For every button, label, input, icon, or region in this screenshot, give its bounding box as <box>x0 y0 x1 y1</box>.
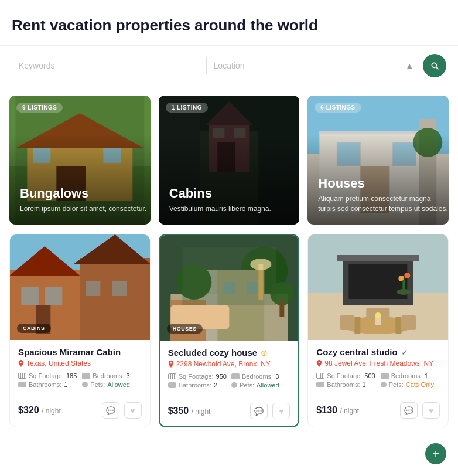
keywords-input[interactable] <box>12 56 206 75</box>
listing-body: Secluded cozy house ⊕ 2298 Newbold Ave, … <box>160 341 299 398</box>
page-header: Rent vacation properties around the worl… <box>0 0 458 46</box>
location-text: Texas, United States <box>26 359 91 368</box>
listing-location: Texas, United States <box>18 359 142 368</box>
listing-title-row: Secluded cozy house ⊕ <box>168 348 290 358</box>
title-icon: ✓ <box>401 348 408 357</box>
pet-icon <box>381 382 387 387</box>
listing-meta: Sq Footage: 500 Bedrooms: 1 Bathrooms: 1… <box>316 372 440 388</box>
listing-title: Secluded cozy house <box>168 348 258 358</box>
meta-bathrooms: Bathrooms: 1 <box>316 381 375 388</box>
listing-body: Spacious Miramar Cabin Texas, United Sta… <box>10 340 150 397</box>
listing-title: Spacious Miramar Cabin <box>18 347 121 357</box>
search-button[interactable] <box>423 54 446 77</box>
svg-rect-63 <box>337 255 419 261</box>
svg-rect-70 <box>396 317 402 334</box>
message-button[interactable]: 💬 <box>102 402 119 419</box>
listing-image <box>308 234 448 340</box>
svg-rect-57 <box>279 300 284 317</box>
meta-bedrooms: Bedrooms: 3 <box>231 373 290 380</box>
category-grid: 9 LISTINGS Bungalows Lorem ipsum dolor s… <box>0 86 458 234</box>
listing-location: 98 Jewel Ave, Fresh Meadows, NY <box>316 359 440 368</box>
location-input[interactable] <box>207 56 401 75</box>
sqft-icon <box>18 373 26 379</box>
listing-card-miramar-cabin[interactable]: CABINS Spacious Miramar Cabin Texas, Uni… <box>9 234 151 427</box>
svg-point-54 <box>250 259 271 270</box>
page-title: Rent vacation properties around the worl… <box>12 16 446 35</box>
listing-badge: 1 LISTING <box>166 103 208 113</box>
listing-title-row: Cozy central studio ✓ <box>316 347 440 357</box>
meta-pets: Pets: Allowed <box>231 382 290 389</box>
category-tag: CABINS <box>17 324 51 333</box>
listing-price: $350 / night <box>168 406 211 416</box>
title-icon: ⊕ <box>261 348 268 358</box>
svg-point-67 <box>397 289 411 295</box>
bath-icon <box>168 382 176 388</box>
listing-actions: 💬 ♥ <box>400 402 440 419</box>
message-button[interactable]: 💬 <box>400 402 418 419</box>
meta-bedrooms: Bedrooms: 1 <box>381 372 440 379</box>
location-pin-icon <box>18 360 24 367</box>
pet-icon <box>231 382 237 388</box>
category-name: Bungalows <box>20 186 146 201</box>
listing-footer: $320 / night 💬 ♥ <box>10 397 150 426</box>
category-card-houses[interactable]: 6 LISTINGS Houses Aliquam pretium consec… <box>307 96 449 225</box>
favorite-button[interactable]: ♥ <box>272 403 290 419</box>
svg-rect-72 <box>402 315 416 330</box>
listing-card-secluded-cozy[interactable]: HOUSES Secluded cozy house ⊕ 2298 Newbol… <box>159 234 300 427</box>
category-info: Houses Aliquam pretium consectetur magna… <box>318 176 449 214</box>
listing-card-cozy-central-studio[interactable]: Cozy central studio ✓ 98 Jewel Ave, Fres… <box>307 234 449 427</box>
svg-point-65 <box>405 273 411 278</box>
meta-pets: Pets: Allowed <box>82 381 141 388</box>
location-icon: ▲ <box>401 61 418 70</box>
bed-icon <box>381 373 389 379</box>
category-card-cabins[interactable]: 1 LISTING Cabins Vestibulum mauris liber… <box>159 96 300 225</box>
sqft-icon <box>316 373 324 379</box>
svg-rect-69 <box>355 317 361 334</box>
message-button[interactable]: 💬 <box>250 403 268 419</box>
listing-meta: Sq Footage: 185 Bedrooms: 3 Bathrooms: 1… <box>18 372 142 388</box>
meta-bathrooms: Bathrooms: 2 <box>168 382 227 389</box>
listing-footer: $130 / night 💬 ♥ <box>308 397 448 426</box>
listing-footer: $350 / night 💬 ♥ <box>160 398 299 426</box>
category-tag: HOUSES <box>167 324 203 334</box>
svg-point-75 <box>375 312 381 318</box>
listing-actions: 💬 ♥ <box>102 402 142 419</box>
listing-price: $320 / night <box>18 405 61 416</box>
category-info: Cabins Vestibulum mauris libero magna. <box>169 186 271 214</box>
category-desc: Aliquam pretium consectetur magna turpis… <box>318 194 449 214</box>
listing-location: 2298 Newbold Ave, Bronx, NY <box>168 360 290 368</box>
price-unit: / night <box>42 407 61 415</box>
listing-actions: 💬 ♥ <box>250 403 290 419</box>
listings-grid: CABINS Spacious Miramar Cabin Texas, Uni… <box>0 234 458 439</box>
meta-pets: Pets: Cats Only <box>381 381 440 388</box>
sqft-icon <box>168 373 176 379</box>
listing-title-row: Spacious Miramar Cabin <box>18 347 142 357</box>
price-unit: / night <box>340 407 359 415</box>
meta-sqft: Sq Footage: 950 <box>168 373 227 380</box>
search-bar: ▲ <box>0 46 458 86</box>
category-card-bungalows[interactable]: 9 LISTINGS Bungalows Lorem ipsum dolor s… <box>9 96 151 225</box>
listing-body: Cozy central studio ✓ 98 Jewel Ave, Fres… <box>308 340 448 397</box>
listing-title: Cozy central studio <box>316 347 397 357</box>
listing-badge: 9 LISTINGS <box>16 103 63 113</box>
price-unit: / night <box>192 407 211 416</box>
meta-sqft: Sq Footage: 500 <box>316 372 375 379</box>
category-info: Bungalows Lorem ipsum dolor sit amet, co… <box>20 186 146 214</box>
listing-image: CABINS <box>10 234 150 340</box>
category-desc: Vestibulum mauris libero magna. <box>169 204 271 214</box>
listing-meta: Sq Footage: 950 Bedrooms: 3 Bathrooms: 2… <box>168 373 290 389</box>
location-pin-icon <box>168 361 174 368</box>
listing-price: $130 / night <box>316 405 359 416</box>
favorite-button[interactable]: ♥ <box>422 402 440 419</box>
favorite-button[interactable]: ♥ <box>124 402 142 419</box>
meta-sqft: Sq Footage: 185 <box>18 372 77 379</box>
location-text: 98 Jewel Ave, Fresh Meadows, NY <box>324 359 433 368</box>
bed-icon <box>82 373 90 379</box>
svg-rect-71 <box>340 315 355 330</box>
search-icon <box>430 61 439 70</box>
listing-badge: 6 LISTINGS <box>315 103 361 113</box>
bed-icon <box>231 373 240 379</box>
bath-icon <box>18 382 26 387</box>
location-text: 2298 Newbold Ave, Bronx, NY <box>176 360 271 368</box>
category-name: Cabins <box>169 186 271 201</box>
